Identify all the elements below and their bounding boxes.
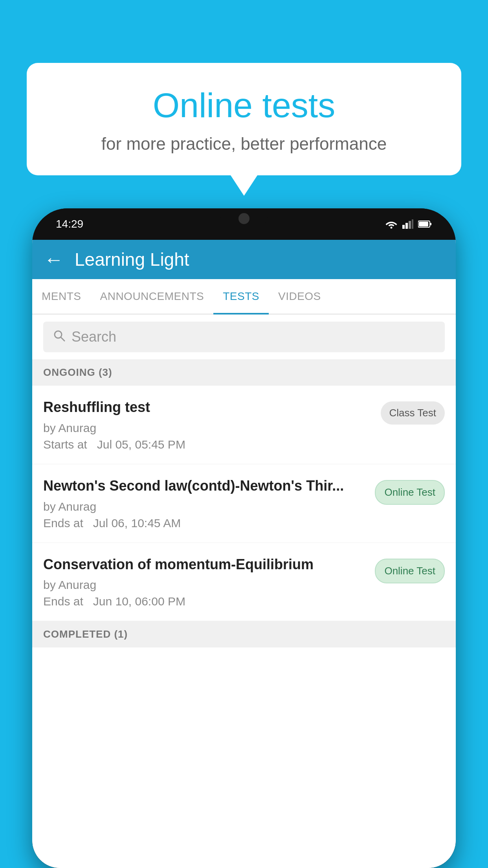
tab-announcements[interactable]: ANNOUNCEMENTS bbox=[91, 279, 214, 314]
svg-rect-7 bbox=[419, 222, 428, 226]
test-badge-1: Class Test bbox=[381, 401, 445, 425]
test-badge-2: Online Test bbox=[375, 480, 445, 505]
test-author-1: by Anurag bbox=[43, 421, 373, 435]
test-info-3: Conservation of momentum-Equilibrium by … bbox=[43, 555, 367, 609]
phone-notch bbox=[220, 208, 268, 230]
test-badge-3: Online Test bbox=[375, 559, 445, 583]
bubble-subtitle: for more practice, better performance bbox=[46, 134, 442, 154]
app-title: Learning Light bbox=[75, 249, 189, 270]
completed-section-label: COMPLETED (1) bbox=[32, 621, 456, 647]
search-container: Search bbox=[32, 314, 456, 359]
signal-icon bbox=[402, 219, 413, 229]
svg-line-9 bbox=[61, 337, 64, 341]
back-button[interactable]: ← bbox=[44, 250, 64, 269]
status-icons bbox=[385, 219, 432, 229]
svg-rect-1 bbox=[402, 225, 405, 229]
test-info-2: Newton's Second law(contd)-Newton's Thir… bbox=[43, 477, 367, 530]
tabs-bar: MENTS ANNOUNCEMENTS TESTS VIDEOS bbox=[32, 279, 456, 314]
svg-rect-4 bbox=[412, 219, 413, 229]
test-time-1: Starts at Jul 05, 05:45 PM bbox=[43, 438, 373, 451]
test-author-3: by Anurag bbox=[43, 578, 367, 592]
phone-frame: 14:29 ← bbox=[32, 208, 456, 868]
status-bar: 14:29 bbox=[32, 208, 456, 240]
speech-bubble: Online tests for more practice, better p… bbox=[27, 63, 461, 175]
battery-icon bbox=[418, 220, 432, 228]
test-item-1[interactable]: Reshuffling test by Anurag Starts at Jul… bbox=[32, 386, 456, 464]
tab-ments[interactable]: MENTS bbox=[32, 279, 91, 314]
tab-tests[interactable]: TESTS bbox=[213, 279, 269, 314]
test-name-3: Conservation of momentum-Equilibrium bbox=[43, 555, 367, 574]
svg-rect-3 bbox=[409, 221, 411, 229]
test-author-2: by Anurag bbox=[43, 500, 367, 513]
test-time-2: Ends at Jul 06, 10:45 AM bbox=[43, 517, 367, 530]
test-item-3[interactable]: Conservation of momentum-Equilibrium by … bbox=[32, 543, 456, 622]
search-placeholder: Search bbox=[72, 329, 116, 345]
svg-point-0 bbox=[391, 227, 393, 229]
ongoing-section-label: ONGOING (3) bbox=[32, 359, 456, 386]
test-name-1: Reshuffling test bbox=[43, 398, 373, 417]
app-header: ← Learning Light bbox=[32, 240, 456, 279]
search-icon bbox=[53, 329, 65, 345]
phone-camera bbox=[238, 213, 250, 224]
svg-rect-2 bbox=[405, 223, 408, 229]
tests-list: Reshuffling test by Anurag Starts at Jul… bbox=[32, 386, 456, 868]
test-info-1: Reshuffling test by Anurag Starts at Jul… bbox=[43, 398, 373, 451]
test-name-2: Newton's Second law(contd)-Newton's Thir… bbox=[43, 477, 367, 495]
search-bar[interactable]: Search bbox=[43, 322, 445, 352]
status-time: 14:29 bbox=[56, 218, 83, 230]
test-item-2[interactable]: Newton's Second law(contd)-Newton's Thir… bbox=[32, 464, 456, 543]
phone-screen: ← Learning Light MENTS ANNOUNCEMENTS TES… bbox=[32, 240, 456, 868]
svg-rect-6 bbox=[430, 223, 431, 225]
wifi-icon bbox=[385, 219, 398, 229]
bubble-title: Online tests bbox=[46, 86, 442, 125]
test-time-3: Ends at Jun 10, 06:00 PM bbox=[43, 595, 367, 608]
tab-videos[interactable]: VIDEOS bbox=[269, 279, 330, 314]
